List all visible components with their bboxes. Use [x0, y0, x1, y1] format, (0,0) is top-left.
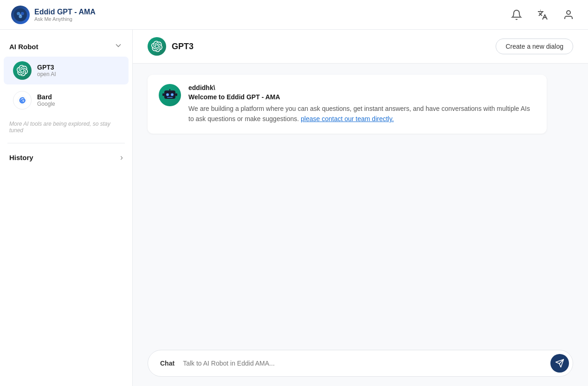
history-chevron-icon: › [120, 153, 123, 162]
svg-point-5 [567, 11, 570, 14]
svg-point-13 [169, 87, 171, 89]
svg-rect-14 [162, 93, 164, 96]
chat-input-field[interactable] [183, 360, 547, 367]
message-sender: eddidhk\ [188, 84, 536, 91]
brand-area: Eddid GPT - AMA Ask Me Anything [11, 6, 96, 24]
gpt3-avatar [13, 61, 32, 80]
notification-button[interactable] [508, 6, 525, 23]
svg-point-9 [167, 94, 168, 96]
create-dialog-button[interactable]: Create a new dialog [496, 39, 573, 54]
sidebar-divider [7, 143, 125, 143]
top-navigation: Eddid GPT - AMA Ask Me Anything [0, 0, 588, 30]
send-button[interactable] [550, 354, 569, 373]
account-button[interactable] [560, 6, 577, 23]
gpt3-item-text: GPT3 open AI [37, 64, 56, 77]
chat-header-avatar [148, 37, 166, 56]
chat-header-left: GPT3 [148, 37, 194, 56]
welcome-message-card: eddidhk\ Welcome to Eddid GPT - AMA We a… [148, 75, 547, 134]
history-title: History [9, 154, 33, 161]
message-link[interactable]: please contact our team directly. [301, 115, 394, 122]
svg-rect-11 [167, 97, 173, 98]
chat-header: GPT3 Create a new dialog [133, 30, 588, 64]
ai-robot-section-title: AI Robot [9, 43, 38, 51]
bot-avatar [159, 84, 181, 106]
brand-subtitle: Ask Me Anything [34, 16, 96, 22]
brand-title: Eddid GPT - AMA [34, 8, 96, 16]
bard-avatar [13, 91, 32, 109]
gpt3-item-name: GPT3 [37, 64, 56, 71]
chat-area: GPT3 Create a new dialog [133, 30, 588, 386]
chat-header-title: GPT3 [172, 42, 194, 51]
chat-label: Chat [155, 357, 179, 370]
brand-text: Eddid GPT - AMA Ask Me Anything [34, 8, 96, 22]
translate-button[interactable] [534, 6, 551, 23]
sidebar-item-gpt3[interactable]: GPT3 open AI [4, 57, 129, 84]
ai-robot-chevron-icon [114, 41, 123, 52]
send-icon [555, 359, 564, 368]
sidebar-note: More AI tools are being explored, so sta… [0, 115, 132, 139]
svg-rect-15 [175, 93, 177, 96]
message-title: Welcome to Eddid GPT - AMA [188, 93, 536, 101]
gpt3-item-sub: open AI [37, 71, 56, 77]
chat-input-bar: Chat [133, 342, 588, 386]
bard-item-name: Bard [37, 93, 55, 101]
bard-item-text: Bard Google [37, 93, 55, 107]
svg-point-10 [172, 94, 173, 96]
chat-messages: eddidhk\ Welcome to Eddid GPT - AMA We a… [133, 64, 588, 342]
message-content: eddidhk\ Welcome to Eddid GPT - AMA We a… [188, 84, 536, 124]
svg-point-4 [19, 13, 21, 15]
ai-robot-section-header[interactable]: AI Robot [0, 37, 132, 56]
history-section[interactable]: History › [0, 147, 132, 168]
nav-actions [508, 6, 577, 23]
bard-item-sub: Google [37, 101, 55, 107]
sidebar: AI Robot GPT3 open AI [0, 30, 133, 386]
message-body: We are building a platform where you can… [188, 103, 536, 124]
chat-input-container: Chat [148, 350, 573, 377]
main-layout: AI Robot GPT3 open AI [0, 30, 588, 386]
app-logo [11, 6, 30, 24]
sidebar-item-bard[interactable]: Bard Google [4, 86, 129, 114]
